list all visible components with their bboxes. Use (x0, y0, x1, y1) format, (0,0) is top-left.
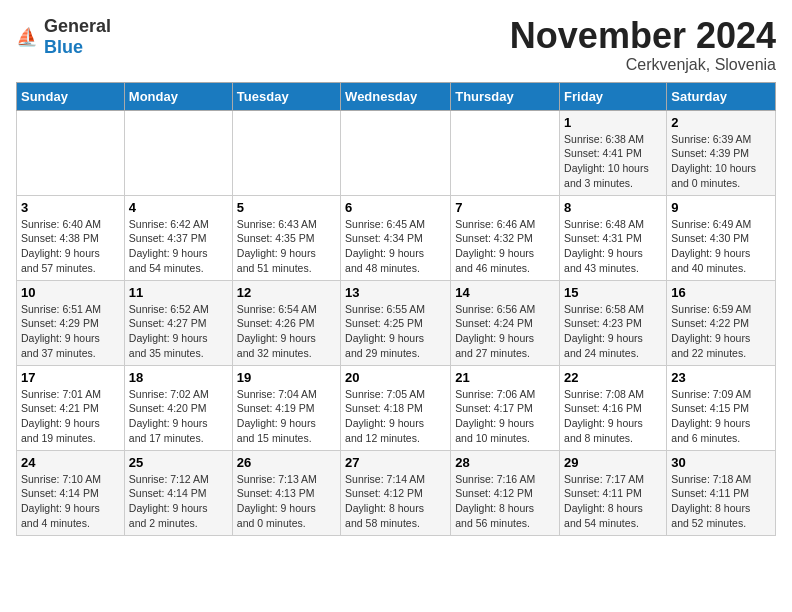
svg-text:⛵: ⛵ (16, 26, 38, 48)
day-info: Sunrise: 7:09 AM Sunset: 4:15 PM Dayligh… (671, 387, 771, 446)
day-number: 23 (671, 370, 771, 385)
day-cell: 29Sunrise: 7:17 AM Sunset: 4:11 PM Dayli… (560, 450, 667, 535)
day-info: Sunrise: 6:40 AM Sunset: 4:38 PM Dayligh… (21, 217, 120, 276)
day-info: Sunrise: 7:10 AM Sunset: 4:14 PM Dayligh… (21, 472, 120, 531)
day-info: Sunrise: 7:16 AM Sunset: 4:12 PM Dayligh… (455, 472, 555, 531)
day-cell: 7Sunrise: 6:46 AM Sunset: 4:32 PM Daylig… (451, 195, 560, 280)
day-number: 12 (237, 285, 336, 300)
day-info: Sunrise: 6:51 AM Sunset: 4:29 PM Dayligh… (21, 302, 120, 361)
day-cell (124, 110, 232, 195)
day-number: 13 (345, 285, 446, 300)
day-cell: 20Sunrise: 7:05 AM Sunset: 4:18 PM Dayli… (341, 365, 451, 450)
day-number: 21 (455, 370, 555, 385)
day-info: Sunrise: 7:06 AM Sunset: 4:17 PM Dayligh… (455, 387, 555, 446)
page-header: ⛵ General Blue November 2024 Cerkvenjak,… (16, 16, 776, 74)
day-number: 3 (21, 200, 120, 215)
day-cell (232, 110, 340, 195)
day-info: Sunrise: 7:01 AM Sunset: 4:21 PM Dayligh… (21, 387, 120, 446)
day-info: Sunrise: 7:05 AM Sunset: 4:18 PM Dayligh… (345, 387, 446, 446)
day-cell: 2Sunrise: 6:39 AM Sunset: 4:39 PM Daylig… (667, 110, 776, 195)
day-cell: 26Sunrise: 7:13 AM Sunset: 4:13 PM Dayli… (232, 450, 340, 535)
day-cell (17, 110, 125, 195)
day-info: Sunrise: 6:45 AM Sunset: 4:34 PM Dayligh… (345, 217, 446, 276)
day-cell: 4Sunrise: 6:42 AM Sunset: 4:37 PM Daylig… (124, 195, 232, 280)
day-info: Sunrise: 6:46 AM Sunset: 4:32 PM Dayligh… (455, 217, 555, 276)
day-info: Sunrise: 7:02 AM Sunset: 4:20 PM Dayligh… (129, 387, 228, 446)
day-cell: 22Sunrise: 7:08 AM Sunset: 4:16 PM Dayli… (560, 365, 667, 450)
day-number: 30 (671, 455, 771, 470)
day-info: Sunrise: 6:54 AM Sunset: 4:26 PM Dayligh… (237, 302, 336, 361)
day-info: Sunrise: 6:48 AM Sunset: 4:31 PM Dayligh… (564, 217, 662, 276)
week-row-2: 3Sunrise: 6:40 AM Sunset: 4:38 PM Daylig… (17, 195, 776, 280)
day-cell (451, 110, 560, 195)
day-cell: 27Sunrise: 7:14 AM Sunset: 4:12 PM Dayli… (341, 450, 451, 535)
day-number: 7 (455, 200, 555, 215)
day-number: 9 (671, 200, 771, 215)
day-info: Sunrise: 7:17 AM Sunset: 4:11 PM Dayligh… (564, 472, 662, 531)
day-number: 26 (237, 455, 336, 470)
day-info: Sunrise: 7:14 AM Sunset: 4:12 PM Dayligh… (345, 472, 446, 531)
calendar-subtitle: Cerkvenjak, Slovenia (510, 56, 776, 74)
day-info: Sunrise: 6:43 AM Sunset: 4:35 PM Dayligh… (237, 217, 336, 276)
day-number: 4 (129, 200, 228, 215)
day-cell: 15Sunrise: 6:58 AM Sunset: 4:23 PM Dayli… (560, 280, 667, 365)
day-number: 17 (21, 370, 120, 385)
day-cell: 10Sunrise: 6:51 AM Sunset: 4:29 PM Dayli… (17, 280, 125, 365)
day-number: 24 (21, 455, 120, 470)
day-info: Sunrise: 6:38 AM Sunset: 4:41 PM Dayligh… (564, 132, 662, 191)
week-row-5: 24Sunrise: 7:10 AM Sunset: 4:14 PM Dayli… (17, 450, 776, 535)
day-info: Sunrise: 6:52 AM Sunset: 4:27 PM Dayligh… (129, 302, 228, 361)
day-cell: 12Sunrise: 6:54 AM Sunset: 4:26 PM Dayli… (232, 280, 340, 365)
weekday-header-monday: Monday (124, 82, 232, 110)
day-info: Sunrise: 7:12 AM Sunset: 4:14 PM Dayligh… (129, 472, 228, 531)
day-info: Sunrise: 7:04 AM Sunset: 4:19 PM Dayligh… (237, 387, 336, 446)
calendar-table: SundayMondayTuesdayWednesdayThursdayFrid… (16, 82, 776, 536)
day-cell: 25Sunrise: 7:12 AM Sunset: 4:14 PM Dayli… (124, 450, 232, 535)
logo-general: General (44, 16, 111, 36)
day-info: Sunrise: 6:55 AM Sunset: 4:25 PM Dayligh… (345, 302, 446, 361)
day-number: 18 (129, 370, 228, 385)
day-cell: 9Sunrise: 6:49 AM Sunset: 4:30 PM Daylig… (667, 195, 776, 280)
day-cell: 3Sunrise: 6:40 AM Sunset: 4:38 PM Daylig… (17, 195, 125, 280)
day-cell: 24Sunrise: 7:10 AM Sunset: 4:14 PM Dayli… (17, 450, 125, 535)
day-cell: 23Sunrise: 7:09 AM Sunset: 4:15 PM Dayli… (667, 365, 776, 450)
weekday-header-tuesday: Tuesday (232, 82, 340, 110)
day-cell: 5Sunrise: 6:43 AM Sunset: 4:35 PM Daylig… (232, 195, 340, 280)
logo: ⛵ General Blue (16, 16, 111, 58)
weekday-header-sunday: Sunday (17, 82, 125, 110)
weekday-header-friday: Friday (560, 82, 667, 110)
weekday-header-wednesday: Wednesday (341, 82, 451, 110)
day-cell: 14Sunrise: 6:56 AM Sunset: 4:24 PM Dayli… (451, 280, 560, 365)
day-info: Sunrise: 6:42 AM Sunset: 4:37 PM Dayligh… (129, 217, 228, 276)
day-cell: 6Sunrise: 6:45 AM Sunset: 4:34 PM Daylig… (341, 195, 451, 280)
day-number: 1 (564, 115, 662, 130)
day-number: 2 (671, 115, 771, 130)
weekday-header-row: SundayMondayTuesdayWednesdayThursdayFrid… (17, 82, 776, 110)
day-cell (341, 110, 451, 195)
day-info: Sunrise: 6:49 AM Sunset: 4:30 PM Dayligh… (671, 217, 771, 276)
week-row-3: 10Sunrise: 6:51 AM Sunset: 4:29 PM Dayli… (17, 280, 776, 365)
day-cell: 28Sunrise: 7:16 AM Sunset: 4:12 PM Dayli… (451, 450, 560, 535)
day-number: 22 (564, 370, 662, 385)
logo-blue: Blue (44, 37, 83, 57)
day-cell: 30Sunrise: 7:18 AM Sunset: 4:11 PM Dayli… (667, 450, 776, 535)
day-number: 20 (345, 370, 446, 385)
day-number: 11 (129, 285, 228, 300)
day-number: 27 (345, 455, 446, 470)
week-row-4: 17Sunrise: 7:01 AM Sunset: 4:21 PM Dayli… (17, 365, 776, 450)
day-number: 6 (345, 200, 446, 215)
day-info: Sunrise: 7:08 AM Sunset: 4:16 PM Dayligh… (564, 387, 662, 446)
logo-icon: ⛵ (16, 25, 40, 49)
day-number: 19 (237, 370, 336, 385)
day-number: 5 (237, 200, 336, 215)
week-row-1: 1Sunrise: 6:38 AM Sunset: 4:41 PM Daylig… (17, 110, 776, 195)
day-number: 16 (671, 285, 771, 300)
day-cell: 11Sunrise: 6:52 AM Sunset: 4:27 PM Dayli… (124, 280, 232, 365)
calendar-title: November 2024 (510, 16, 776, 56)
day-cell: 16Sunrise: 6:59 AM Sunset: 4:22 PM Dayli… (667, 280, 776, 365)
day-cell: 8Sunrise: 6:48 AM Sunset: 4:31 PM Daylig… (560, 195, 667, 280)
day-number: 15 (564, 285, 662, 300)
day-number: 29 (564, 455, 662, 470)
day-info: Sunrise: 6:59 AM Sunset: 4:22 PM Dayligh… (671, 302, 771, 361)
day-cell: 13Sunrise: 6:55 AM Sunset: 4:25 PM Dayli… (341, 280, 451, 365)
